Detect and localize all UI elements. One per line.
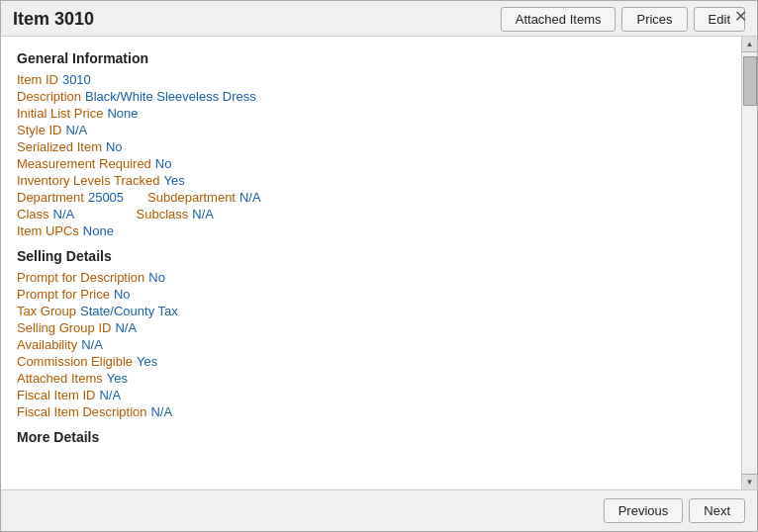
field-serialized-item: Serialized Item No [17, 139, 721, 154]
content-wrapper: General Information Item ID 3010 Descrip… [1, 37, 757, 489]
field-initial-list-price: Initial List Price None [17, 106, 721, 121]
scrollbar[interactable]: ▲ ▼ [741, 37, 757, 489]
field-description: Description Black/White Sleeveless Dress [17, 89, 721, 104]
field-item-id: Item ID 3010 [17, 72, 721, 87]
field-commission-eligible: Commission Eligible Yes [17, 354, 721, 369]
field-style-id: Style ID N/A [17, 123, 721, 137]
next-button[interactable]: Next [689, 498, 745, 523]
field-inventory-tracked: Inventory Levels Tracked Yes [17, 173, 721, 188]
previous-button[interactable]: Previous [604, 498, 684, 523]
field-department: Department 25005 Subdepartment N/A [17, 190, 721, 205]
field-tax-group: Tax Group State/County Tax [17, 304, 721, 318]
field-item-upcs: Item UPCs None [17, 223, 721, 238]
toolbar-buttons: Attached Items Prices Edit [501, 7, 745, 32]
field-attached-items: Attached Items Yes [17, 371, 721, 386]
field-fiscal-item-id: Fiscal Item ID N/A [17, 388, 721, 402]
field-measurement-required: Measurement Required No [17, 156, 721, 171]
attached-items-button[interactable]: Attached Items [501, 7, 616, 32]
dialog-header: Item 3010 Attached Items Prices Edit [1, 1, 757, 37]
prices-button[interactable]: Prices [621, 7, 687, 32]
field-prompt-description: Prompt for Description No [17, 270, 721, 285]
content-area: General Information Item ID 3010 Descrip… [1, 37, 741, 489]
item-dialog: ✕ Item 3010 Attached Items Prices Edit G… [0, 0, 758, 532]
field-class: Class N/A Subclass N/A [17, 207, 721, 222]
dialog-footer: Previous Next [1, 489, 757, 531]
section-more-details: More Details [17, 429, 721, 445]
section-selling-details: Selling Details [17, 248, 721, 264]
scroll-down-button[interactable]: ▼ [742, 474, 758, 489]
scroll-thumb[interactable] [743, 56, 757, 106]
close-button[interactable]: ✕ [734, 9, 747, 25]
field-availability: Availability N/A [17, 337, 721, 352]
field-fiscal-item-desc: Fiscal Item Description N/A [17, 404, 721, 419]
section-general-info: General Information [17, 50, 721, 66]
field-selling-group-id: Selling Group ID N/A [17, 320, 721, 335]
dialog-title: Item 3010 [13, 9, 94, 30]
field-prompt-price: Prompt for Price No [17, 287, 721, 302]
scroll-track [742, 52, 757, 474]
scroll-up-button[interactable]: ▲ [742, 37, 758, 52]
